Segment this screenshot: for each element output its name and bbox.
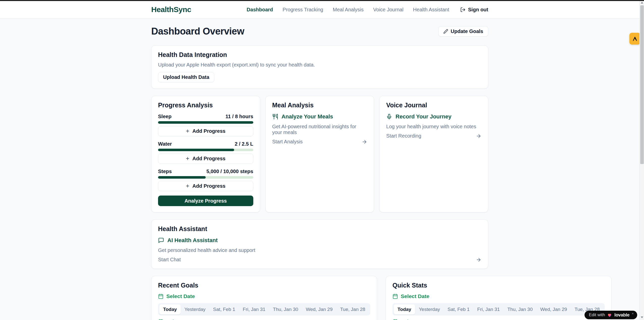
tab-wed-jan-29[interactable]: Wed, Jan 29 <box>302 304 336 314</box>
sleep-value: 11 / 8 hours <box>226 114 253 119</box>
main-nav: Dashboard Progress Tracking Meal Analysi… <box>247 7 488 13</box>
water-metric: Water 2 / 2.5 L + Add Progress <box>158 141 253 164</box>
log-out-icon <box>460 7 466 12</box>
recent-goals-select-date[interactable]: Select Date <box>158 293 370 299</box>
nav-voice-journal[interactable]: Voice Journal <box>373 7 404 13</box>
plus-icon: + <box>186 155 189 162</box>
tab-fri-jan-31[interactable]: Fri, Jan 31 <box>239 304 269 314</box>
tab-sat-feb-1[interactable]: Sat, Feb 1 <box>209 304 239 314</box>
quick-stats-selected-date[interactable]: February 3, 2025 <box>392 319 605 320</box>
start-chat-action[interactable]: Start Chat <box>158 257 481 263</box>
pencil-icon <box>443 29 448 34</box>
nav-dashboard[interactable]: Dashboard <box>247 7 273 13</box>
sleep-label: Sleep <box>158 114 171 119</box>
main-content: Dashboard Overview Update Goals Health D… <box>151 18 488 320</box>
analyze-progress-button[interactable]: Analyze Progress <box>158 196 253 206</box>
tab-thu-jan-30[interactable]: Thu, Jan 30 <box>269 304 302 314</box>
sign-out-button[interactable]: Sign out <box>460 7 488 13</box>
steps-progress-bar <box>158 176 253 179</box>
meal-analysis-title: Meal Analysis <box>272 102 367 109</box>
meal-link-label: Analyze Your Meals <box>282 113 333 120</box>
steps-add-progress-button[interactable]: + Add Progress <box>158 181 253 191</box>
tab-yesterday[interactable]: Yesterday <box>181 304 209 314</box>
ai-health-assistant-link[interactable]: AI Health Assistant <box>158 237 481 244</box>
editor-panel-tab[interactable] <box>629 33 640 45</box>
quick-stats-card: Quick Stats Select Date Today Yesterday … <box>386 276 611 320</box>
gradient-heart-icon <box>607 313 612 317</box>
nav-progress-tracking[interactable]: Progress Tracking <box>283 7 323 13</box>
arrow-right-icon <box>476 257 481 263</box>
page-title: Dashboard Overview <box>151 26 244 37</box>
utensils-icon <box>272 114 278 120</box>
record-your-journey-link[interactable]: Record Your Journey <box>386 113 481 120</box>
tab-sat-feb-1[interactable]: Sat, Feb 1 <box>444 304 473 314</box>
plus-icon: + <box>186 128 189 134</box>
vertical-scrollbar[interactable] <box>639 0 644 320</box>
nav-meal-analysis[interactable]: Meal Analysis <box>333 7 363 13</box>
selected-date-label: February 3, 2025 <box>166 319 208 320</box>
voice-journal-card: Voice Journal Record Your Journey Log yo… <box>379 96 488 212</box>
edit-with-label: Edit with <box>589 312 605 317</box>
select-date-label: Select Date <box>401 293 429 299</box>
add-progress-label: Add Progress <box>192 156 225 162</box>
water-label: Water <box>158 141 172 147</box>
assistant-description: Get personalized health advice and suppo… <box>158 247 481 253</box>
chat-bubble-icon <box>158 237 164 243</box>
analyze-your-meals-link[interactable]: Analyze Your Meals <box>272 113 367 120</box>
meal-analysis-card: Meal Analysis Analyze Your Meals Get AI-… <box>265 96 374 212</box>
update-goals-button[interactable]: Update Goals <box>438 26 488 37</box>
sleep-metric: Sleep 11 / 8 hours + Add Progress <box>158 114 253 136</box>
selected-date-label: February 3, 2025 <box>401 319 443 320</box>
tab-today[interactable]: Today <box>159 304 181 314</box>
health-assistant-card: Health Assistant AI Health Assistant Get… <box>151 219 488 269</box>
tab-fri-jan-31[interactable]: Fri, Jan 31 <box>473 304 504 314</box>
health-data-integration-card: Health Data Integration Upload your Appl… <box>151 45 488 89</box>
scrollbar-up-arrow[interactable] <box>641 2 643 4</box>
sleep-add-progress-button[interactable]: + Add Progress <box>158 126 253 136</box>
assistant-link-label: AI Health Assistant <box>167 237 218 244</box>
calendar-icon <box>158 294 164 299</box>
lovable-brand-label: lovable <box>614 312 629 318</box>
start-analysis-action[interactable]: Start Analysis <box>272 139 367 145</box>
tab-tue-jan-28[interactable]: Tue, Jan 28 <box>336 304 369 314</box>
lovable-a-logo-icon <box>632 36 638 42</box>
window-top-edge <box>0 0 644 1</box>
water-add-progress-button[interactable]: + Add Progress <box>158 153 253 164</box>
sleep-progress-bar <box>158 121 253 124</box>
calendar-icon <box>392 294 398 299</box>
meal-description: Get AI-powered nutritional insights for … <box>272 124 367 135</box>
scrollbar-thumb[interactable] <box>640 5 644 164</box>
arrow-right-icon <box>476 133 481 139</box>
water-value: 2 / 2.5 L <box>235 141 253 147</box>
integration-description: Upload your Apple Health export (export.… <box>158 62 481 68</box>
start-recording-action[interactable]: Start Recording <box>386 133 481 139</box>
select-date-label: Select Date <box>166 293 195 299</box>
progress-analysis-card: Progress Analysis Sleep 11 / 8 hours + A… <box>151 96 260 212</box>
start-analysis-label: Start Analysis <box>272 139 303 145</box>
quick-stats-select-date[interactable]: Select Date <box>392 293 605 299</box>
nav-health-assistant[interactable]: Health Assistant <box>413 7 449 13</box>
plus-icon: + <box>186 183 189 189</box>
integration-title: Health Data Integration <box>158 51 481 58</box>
arrow-right-icon <box>362 139 367 145</box>
edit-with-lovable-badge[interactable]: Edit with lovable × <box>585 311 637 319</box>
quick-stats-title: Quick Stats <box>392 282 605 289</box>
calendar-icon <box>392 319 398 320</box>
update-goals-label: Update Goals <box>451 28 483 34</box>
recent-goals-selected-date[interactable]: February 3, 2025 <box>158 319 370 320</box>
badge-close-icon[interactable]: × <box>632 312 634 315</box>
upload-health-data-button[interactable]: Upload Health Data <box>158 72 214 82</box>
steps-value: 5,000 / 10,000 steps <box>206 169 253 174</box>
app-header: HealthSync Dashboard Progress Tracking M… <box>0 0 639 18</box>
voice-journal-title: Voice Journal <box>386 102 481 109</box>
recent-goals-card: Recent Goals Select Date Today Yesterday… <box>151 276 377 320</box>
voice-link-label: Record Your Journey <box>395 113 451 120</box>
tab-yesterday[interactable]: Yesterday <box>415 304 444 314</box>
tab-thu-jan-30[interactable]: Thu, Jan 30 <box>504 304 536 314</box>
sign-out-label: Sign out <box>468 7 488 13</box>
tab-today[interactable]: Today <box>394 304 415 314</box>
water-progress-bar <box>158 149 253 151</box>
tab-wed-jan-29[interactable]: Wed, Jan 29 <box>536 304 571 314</box>
recent-goals-date-tabs: Today Yesterday Sat, Feb 1 Fri, Jan 31 T… <box>158 303 370 315</box>
scrollbar-down-arrow[interactable] <box>641 316 643 318</box>
